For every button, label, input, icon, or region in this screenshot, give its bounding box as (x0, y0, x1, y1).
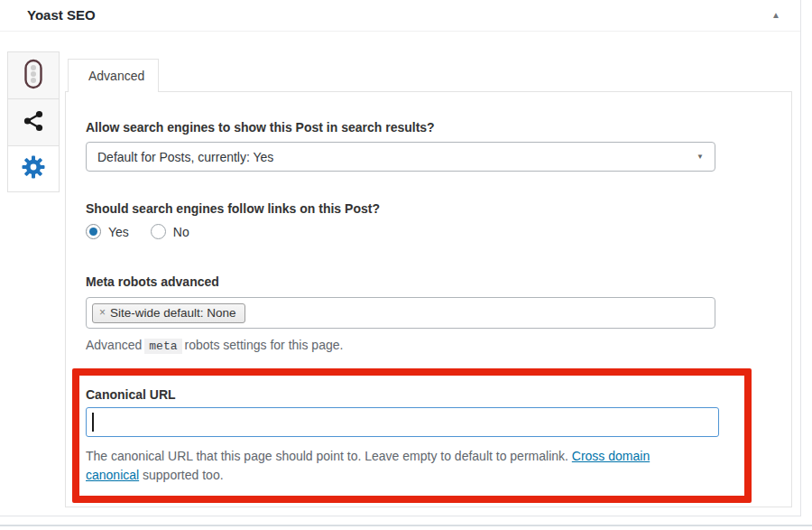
radio-no-circle[interactable] (151, 224, 166, 239)
collapse-arrow-icon: ▲ (771, 10, 780, 20)
radio-yes-circle[interactable] (86, 224, 101, 239)
meta-robots-help-code: meta (144, 339, 181, 354)
chip-label: Site-wide default: None (110, 306, 236, 320)
radio-option-yes[interactable]: Yes (86, 224, 129, 239)
radio-no-label: No (173, 225, 189, 239)
sidebar-item-seo-analysis[interactable] (7, 51, 60, 98)
metabox-frame: Yoast SEO ▲ (0, 0, 801, 516)
search-visibility-selected-value: Default for Posts, currently: Yes (97, 150, 273, 164)
yoast-seo-metabox: Yoast SEO ▲ (0, 0, 812, 530)
sidebar-item-social[interactable] (7, 98, 60, 145)
tab-cover (69, 89, 158, 93)
chevron-down-icon: ▼ (697, 153, 704, 161)
radio-option-no[interactable]: No (151, 224, 189, 239)
follow-links-radio-group: Yes No (86, 224, 189, 239)
meta-robots-help: Advancedmetarobots settings for this pag… (86, 336, 343, 356)
meta-robots-input[interactable]: × Site-wide default: None (86, 297, 715, 329)
canonical-help-before: The canonical URL that this page should … (86, 449, 572, 463)
search-visibility-select[interactable]: Default for Posts, currently: Yes ▼ (86, 142, 715, 172)
radio-yes-label: Yes (108, 225, 129, 239)
canonical-url-label: Canonical URL (86, 387, 176, 402)
metabox-header: Yoast SEO ▲ (0, 0, 800, 32)
tab-advanced[interactable]: Advanced (68, 59, 159, 92)
meta-robots-chip: × Site-wide default: None (92, 303, 245, 323)
gear-icon (21, 154, 46, 183)
canonical-url-input[interactable] (86, 407, 719, 437)
canonical-help-after: supported too. (139, 468, 223, 482)
bottom-separator-line (0, 525, 812, 526)
chip-remove-icon[interactable]: × (99, 306, 106, 319)
search-visibility-label: Allow search engines to show this Post i… (86, 120, 435, 135)
meta-robots-help-suffix: robots settings for this page. (185, 338, 344, 352)
share-icon (22, 109, 45, 136)
traffic-light-icon (23, 59, 44, 93)
follow-links-label: Should search engines follow links on th… (86, 201, 380, 216)
collapse-toggle-button[interactable]: ▲ (762, 4, 789, 27)
canonical-help: The canonical URL that this page should … (86, 447, 677, 485)
sidebar-item-advanced-settings[interactable] (7, 145, 60, 192)
tab-advanced-label: Advanced (88, 69, 144, 83)
meta-robots-help-prefix: Advanced (86, 338, 142, 352)
meta-robots-label: Meta robots advanced (86, 274, 219, 289)
text-cursor (92, 413, 94, 432)
metabox-title: Yoast SEO (27, 7, 96, 23)
sidebar-icon-tabs (7, 51, 60, 192)
